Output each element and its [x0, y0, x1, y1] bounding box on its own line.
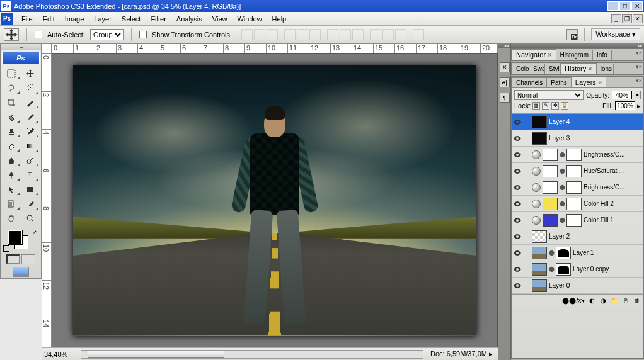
- doc-restore-button[interactable]: ❐: [622, 14, 632, 23]
- layer-name[interactable]: Color Fill 1: [584, 217, 642, 223]
- doc-close-button[interactable]: ✕: [633, 14, 643, 23]
- layer-thumbnail[interactable]: [532, 263, 547, 276]
- new-layer-icon[interactable]: ⎘: [621, 296, 631, 305]
- tab-history[interactable]: History×: [560, 63, 597, 74]
- layer-row[interactable]: ⬤Brightness/C...: [512, 179, 643, 196]
- zoom-tool[interactable]: [21, 211, 40, 225]
- opacity-input[interactable]: [612, 91, 632, 99]
- tab-histogram[interactable]: Histogram: [556, 50, 594, 60]
- layer-row[interactable]: Layer 0: [512, 278, 643, 294]
- layer-thumbnail[interactable]: [543, 149, 558, 161]
- menu-window[interactable]: Window: [232, 13, 267, 25]
- layer-thumbnail[interactable]: [532, 230, 547, 243]
- path-select-tool[interactable]: [2, 183, 21, 196]
- ruler-vertical[interactable]: 02468101214: [42, 53, 52, 347]
- visibility-icon[interactable]: [513, 232, 522, 241]
- brush-tool[interactable]: [21, 110, 40, 124]
- layer-thumbnail[interactable]: [543, 214, 558, 227]
- mask-thumbnail[interactable]: [566, 198, 582, 210]
- layer-group-icon[interactable]: 📁: [609, 296, 619, 305]
- mask-thumbnail[interactable]: [566, 214, 582, 227]
- layer-thumbnail[interactable]: [543, 198, 558, 210]
- menu-view[interactable]: View: [207, 13, 233, 25]
- hand-tool[interactable]: [2, 211, 21, 225]
- menu-file[interactable]: File: [16, 13, 38, 25]
- delete-layer-icon[interactable]: 🗑: [632, 296, 642, 305]
- tab-swatches[interactable]: Swa: [529, 64, 545, 74]
- distribute-top-icon[interactable]: [327, 29, 338, 40]
- layer-name[interactable]: Brightness/C...: [584, 151, 642, 158]
- link-mask-icon[interactable]: ⬤: [549, 250, 554, 256]
- pen-tool[interactable]: [2, 168, 21, 182]
- healing-tool[interactable]: [2, 110, 21, 124]
- notes-tool[interactable]: [2, 197, 21, 211]
- distribute-left-icon[interactable]: [370, 29, 381, 40]
- layer-thumbnail[interactable]: [532, 247, 547, 259]
- default-colors-icon[interactable]: [3, 245, 9, 252]
- doc-size-label[interactable]: Doc: 6,59M/37,0M ▸: [425, 350, 498, 358]
- fill-slider-icon[interactable]: ▸: [637, 102, 641, 110]
- tab-styles[interactable]: Styl: [544, 64, 561, 74]
- menu-analysis[interactable]: Analysis: [171, 13, 207, 25]
- link-mask-icon[interactable]: ⬤: [560, 152, 565, 157]
- zoom-level[interactable]: 34,48%: [42, 351, 79, 358]
- crop-tool[interactable]: [2, 96, 21, 110]
- tab-navigator[interactable]: Navigator×: [512, 49, 556, 60]
- quickmask-mode-icon[interactable]: [21, 254, 35, 264]
- blur-tool[interactable]: [2, 154, 21, 167]
- mask-thumbnail[interactable]: [566, 181, 582, 194]
- lock-pixels-icon[interactable]: ✎: [542, 102, 549, 110]
- visibility-icon[interactable]: [513, 167, 522, 176]
- visibility-icon[interactable]: [513, 118, 522, 127]
- dodge-tool[interactable]: [21, 154, 40, 167]
- layer-thumbnail[interactable]: [532, 116, 547, 128]
- layer-thumbnail[interactable]: [532, 132, 547, 145]
- dock-character-icon[interactable]: A|: [500, 77, 510, 87]
- auto-select-dropdown[interactable]: Group: [90, 29, 124, 40]
- align-top-icon[interactable]: [241, 29, 253, 40]
- shape-tool[interactable]: [21, 183, 40, 196]
- ps-badge-icon[interactable]: Ps: [1, 13, 13, 25]
- visibility-icon[interactable]: [513, 183, 522, 192]
- eyedropper-tool[interactable]: [21, 197, 40, 211]
- swap-colors-icon[interactable]: ⤢: [32, 229, 37, 235]
- visibility-icon[interactable]: [513, 265, 522, 274]
- distribute-hcenter-icon[interactable]: [382, 29, 394, 40]
- ruler-horizontal[interactable]: 01234567891011121314151617181920: [52, 43, 498, 53]
- lasso-tool[interactable]: [2, 81, 21, 95]
- dock-paragraph-icon[interactable]: ¶: [500, 93, 510, 103]
- history-brush-tool[interactable]: [21, 125, 40, 138]
- layer-mask-icon[interactable]: ◐: [587, 296, 597, 305]
- link-mask-icon[interactable]: ⬤: [560, 201, 565, 206]
- link-mask-icon[interactable]: ⬤: [560, 184, 565, 190]
- layer-name[interactable]: Layer 0: [549, 282, 642, 289]
- visibility-icon[interactable]: [513, 134, 522, 143]
- blend-mode-dropdown[interactable]: Normal: [514, 90, 584, 100]
- layer-thumbnail[interactable]: [543, 165, 558, 177]
- dock-options-icon[interactable]: ✕: [500, 62, 510, 72]
- doc-minimize-button[interactable]: _: [611, 14, 621, 23]
- panel-menu-icon[interactable]: ▾×: [636, 50, 642, 56]
- horizontal-scrollbar[interactable]: [81, 350, 423, 359]
- align-right-icon[interactable]: [309, 29, 321, 40]
- minimize-button[interactable]: _: [607, 1, 619, 11]
- layer-name[interactable]: Layer 3: [549, 135, 642, 142]
- fill-input[interactable]: [615, 101, 635, 110]
- layer-row[interactable]: ⬤Layer 0 copy: [512, 261, 643, 278]
- mask-thumbnail[interactable]: [566, 165, 582, 177]
- menu-edit[interactable]: Edit: [38, 13, 60, 25]
- layer-style-icon[interactable]: fx▾: [575, 296, 585, 305]
- layer-row[interactable]: ⬤Hue/Saturati...: [512, 163, 643, 179]
- layer-thumbnail[interactable]: [532, 279, 547, 292]
- visibility-icon[interactable]: [513, 200, 522, 208]
- active-tool-thumb[interactable]: [4, 28, 19, 41]
- layer-name[interactable]: Layer 1: [573, 249, 642, 256]
- adjustment-layer-icon[interactable]: ◑: [598, 296, 608, 305]
- distribute-vcenter-icon[interactable]: [340, 29, 351, 40]
- lock-position-icon[interactable]: ✥: [551, 102, 559, 110]
- visibility-icon[interactable]: [513, 281, 522, 290]
- ruler-origin[interactable]: [42, 43, 52, 53]
- tab-color[interactable]: Colo: [512, 64, 529, 74]
- layer-name[interactable]: Layer 0 copy: [573, 266, 642, 273]
- tab-channels[interactable]: Channels: [512, 77, 547, 87]
